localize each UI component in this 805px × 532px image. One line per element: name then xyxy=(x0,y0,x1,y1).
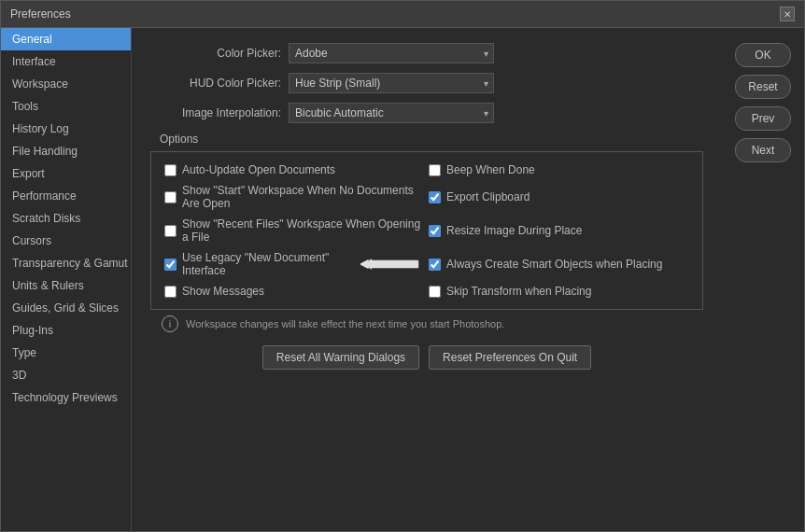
sidebar-item-history-log[interactable]: History Log xyxy=(1,118,131,140)
sidebar-item-file-handling[interactable]: File Handling xyxy=(1,140,131,162)
checkbox-show-messages-label[interactable]: Show Messages xyxy=(182,285,264,298)
color-picker-row: Color Picker: Adobe Windows xyxy=(150,43,703,63)
checkbox-legacy-interface-label[interactable]: Use Legacy "New Document" Interface xyxy=(182,251,349,277)
checkbox-export-clipboard-input[interactable] xyxy=(429,191,441,203)
sidebar-item-3d[interactable]: 3D xyxy=(1,364,131,386)
right-buttons-panel: OK Reset Prev Next xyxy=(722,28,804,531)
checkbox-export-clipboard-label[interactable]: Export Clipboard xyxy=(446,190,530,203)
reset-preferences-button[interactable]: Reset Preferences On Quit xyxy=(429,345,591,370)
checkbox-smart-objects: Always Create Smart Objects when Placing xyxy=(427,247,691,281)
reset-button[interactable]: Reset xyxy=(735,75,791,99)
dialog-body: GeneralInterfaceWorkspaceToolsHistory Lo… xyxy=(1,28,804,531)
image-interpolation-select-wrapper: Bicubic Automatic Nearest Neighbor Bilin… xyxy=(289,103,494,123)
checkbox-legacy-interface: Use Legacy "New Document" Interface xyxy=(162,247,427,281)
image-interpolation-select[interactable]: Bicubic Automatic Nearest Neighbor Bilin… xyxy=(289,103,494,123)
dialog-title: Preferences xyxy=(10,7,71,21)
checkbox-show-messages-input[interactable] xyxy=(164,286,177,298)
sidebar-item-tools[interactable]: Tools xyxy=(1,95,131,118)
checkbox-auto-update-label[interactable]: Auto-Update Open Documents xyxy=(182,163,335,176)
checkbox-start-workspace: Show "Start" Workspace When No Documents… xyxy=(162,180,427,214)
preferences-dialog: Preferences ✕ GeneralInterfaceWorkspaceT… xyxy=(0,0,805,532)
options-group: Options Auto-Update Open Documents Beep … xyxy=(150,133,703,310)
sidebar-item-export[interactable]: Export xyxy=(1,162,131,185)
color-picker-label: Color Picker: xyxy=(150,47,281,60)
svg-rect-2 xyxy=(369,260,419,269)
hud-color-picker-select[interactable]: Hue Strip (Small) Hue Strip (Medium) Hue… xyxy=(289,73,494,93)
sidebar-item-units---rulers[interactable]: Units & Rulers xyxy=(1,274,131,297)
prev-button[interactable]: Prev xyxy=(735,106,791,131)
ok-button[interactable]: OK xyxy=(735,43,791,67)
checkbox-recent-files-input[interactable] xyxy=(164,225,177,237)
sidebar-item-interface[interactable]: Interface xyxy=(1,50,131,73)
info-text: Workspace changes will take effect the n… xyxy=(186,318,504,329)
checkbox-export-clipboard: Export Clipboard xyxy=(427,180,691,214)
sidebar: GeneralInterfaceWorkspaceToolsHistory Lo… xyxy=(1,28,132,531)
bottom-buttons-row: Reset All Warning Dialogs Reset Preferen… xyxy=(150,345,703,370)
checkbox-resize-image-label[interactable]: Resize Image During Place xyxy=(446,224,582,237)
sidebar-item-guides--grid---slices[interactable]: Guides, Grid & Slices xyxy=(1,297,131,319)
hud-color-picker-row: HUD Color Picker: Hue Strip (Small) Hue … xyxy=(150,73,703,93)
checkbox-start-workspace-input[interactable] xyxy=(164,191,177,203)
sidebar-item-scratch-disks[interactable]: Scratch Disks xyxy=(1,207,131,230)
checkbox-smart-objects-label[interactable]: Always Create Smart Objects when Placing xyxy=(446,258,662,271)
image-interpolation-row: Image Interpolation: Bicubic Automatic N… xyxy=(150,103,703,123)
checkbox-resize-image: Resize Image During Place xyxy=(427,214,691,247)
checkbox-show-messages: Show Messages xyxy=(162,281,427,301)
next-button[interactable]: Next xyxy=(735,138,791,162)
checkbox-skip-transform: Skip Transform when Placing xyxy=(427,281,691,301)
main-content: Color Picker: Adobe Windows HUD Color Pi… xyxy=(132,28,722,531)
color-picker-select[interactable]: Adobe Windows xyxy=(289,43,494,63)
reset-warning-dialogs-button[interactable]: Reset All Warning Dialogs xyxy=(262,345,419,370)
checkbox-beep-input[interactable] xyxy=(429,164,441,176)
info-icon: i xyxy=(162,315,178,332)
checkbox-legacy-interface-input[interactable] xyxy=(164,259,177,271)
checkbox-beep: Beep When Done xyxy=(427,160,691,180)
sidebar-item-performance[interactable]: Performance xyxy=(1,185,131,207)
image-interpolation-label: Image Interpolation: xyxy=(150,106,281,119)
checkbox-skip-transform-label[interactable]: Skip Transform when Placing xyxy=(446,285,591,298)
sidebar-item-cursors[interactable]: Cursors xyxy=(1,230,131,252)
sidebar-item-plug-ins[interactable]: Plug-Ins xyxy=(1,319,131,342)
info-row: i Workspace changes will take effect the… xyxy=(150,315,703,332)
sidebar-item-technology-previews[interactable]: Technology Previews xyxy=(1,386,131,409)
sidebar-item-type[interactable]: Type xyxy=(1,342,131,364)
title-bar: Preferences ✕ xyxy=(1,1,804,28)
checkbox-resize-image-input[interactable] xyxy=(429,225,441,237)
hud-color-picker-select-wrapper: Hue Strip (Small) Hue Strip (Medium) Hue… xyxy=(289,73,494,93)
sidebar-item-workspace[interactable]: Workspace xyxy=(1,73,131,95)
checkbox-recent-files-label[interactable]: Show "Recent Files" Workspace When Openi… xyxy=(182,217,425,244)
checkbox-smart-objects-input[interactable] xyxy=(429,259,441,271)
sidebar-item-general[interactable]: General xyxy=(1,28,131,50)
options-grid: Auto-Update Open Documents Beep When Don… xyxy=(150,151,703,310)
checkbox-recent-files: Show "Recent Files" Workspace When Openi… xyxy=(162,214,427,247)
arrow-annotation xyxy=(360,254,425,274)
options-group-label: Options xyxy=(150,133,703,146)
checkbox-skip-transform-input[interactable] xyxy=(429,286,441,298)
checkbox-auto-update: Auto-Update Open Documents xyxy=(162,160,427,180)
svg-marker-3 xyxy=(365,259,372,270)
sidebar-item-transparency---gamut[interactable]: Transparency & Gamut xyxy=(1,252,131,274)
checkbox-start-workspace-label[interactable]: Show "Start" Workspace When No Documents… xyxy=(182,184,425,210)
checkbox-beep-label[interactable]: Beep When Done xyxy=(446,163,535,176)
checkbox-auto-update-input[interactable] xyxy=(164,164,177,176)
color-picker-select-wrapper: Adobe Windows xyxy=(289,43,494,63)
hud-color-picker-label: HUD Color Picker: xyxy=(150,77,281,90)
close-button[interactable]: ✕ xyxy=(780,7,795,21)
